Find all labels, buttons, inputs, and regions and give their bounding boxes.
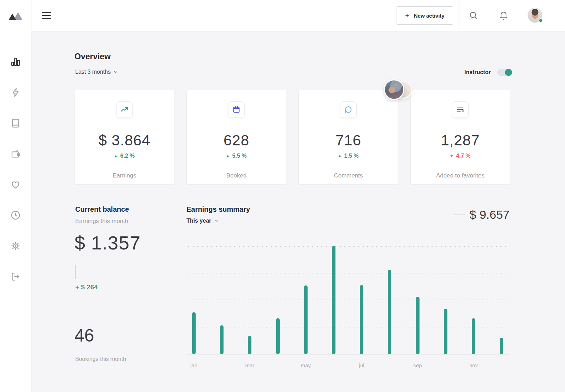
- chat-bubble-icon: [344, 105, 353, 114]
- stat-value: 716: [335, 132, 361, 149]
- bar-oct[interactable]: [444, 309, 447, 354]
- stat-icon-box: [116, 101, 133, 118]
- earnings-chart-plot: [186, 247, 510, 355]
- sidebar-item-favorites[interactable]: [10, 179, 21, 190]
- page-title: Overview: [75, 52, 111, 61]
- chevron-down-icon: [214, 219, 218, 223]
- plus-icon: +: [405, 12, 409, 19]
- bar-mar[interactable]: [248, 336, 251, 354]
- delta-value: 5.5 %: [232, 153, 247, 159]
- instructor-toggle-row: Instructor: [464, 69, 512, 76]
- bar-aug[interactable]: [388, 270, 391, 354]
- online-status-dot: [539, 18, 543, 23]
- balance-tick-mark: [75, 265, 76, 279]
- balance-delta: + $ 264: [75, 283, 98, 291]
- gridline: [186, 246, 510, 247]
- bar-jan[interactable]: [192, 312, 196, 354]
- period-selector[interactable]: Last 3 months: [75, 69, 118, 75]
- delta-arrow-icon: [338, 155, 341, 157]
- stat-card-comments: 716 1.5 % Comments: [298, 90, 398, 185]
- search-icon[interactable]: [469, 11, 478, 20]
- balance-amount: $ 1.357: [75, 232, 141, 254]
- bar-apr[interactable]: [276, 318, 280, 354]
- stat-icon-box: [452, 101, 469, 118]
- floating-avatars[interactable]: [384, 79, 415, 101]
- stat-value: 1,287: [441, 132, 480, 149]
- avatar-front: [384, 79, 404, 100]
- delta-arrow-icon: [226, 155, 229, 157]
- period-selector-value: Last 3 months: [75, 69, 111, 75]
- sidebar-item-wallet[interactable]: [10, 149, 21, 159]
- logout-icon: [10, 271, 21, 282]
- bar-jul[interactable]: [360, 285, 363, 354]
- x-tick-sep: sep: [414, 362, 422, 368]
- clock-icon: [10, 210, 21, 221]
- peak-indicator: $ 9.657: [450, 208, 510, 222]
- sidebar-item-dashboard[interactable]: [10, 56, 21, 67]
- lightning-icon: [10, 87, 21, 98]
- stat-label: Booked: [226, 172, 247, 179]
- stat-card-favorites: 1,287 4.7 % Added to favorites: [410, 90, 510, 185]
- sidebar: [0, 0, 31, 392]
- bar-nov[interactable]: [472, 318, 475, 354]
- delta-value: 4.7 %: [456, 153, 471, 159]
- balance-subtitle: Earnings this month: [75, 218, 128, 225]
- sidebar-item-activity[interactable]: [10, 87, 21, 98]
- book-icon: [10, 118, 21, 128]
- bar-dec[interactable]: [500, 338, 503, 354]
- app-logo[interactable]: [8, 10, 23, 21]
- calendar-icon: [232, 105, 241, 114]
- sidebar-item-history[interactable]: [10, 210, 21, 221]
- stat-value: $ 3.864: [99, 132, 150, 149]
- toggle-knob: [505, 69, 512, 76]
- x-tick-jan: jan: [190, 362, 197, 368]
- stat-card-earnings: $ 3.864 6.2 % Earnings: [75, 90, 174, 185]
- instructor-label: Instructor: [464, 69, 491, 76]
- bar-sep[interactable]: [416, 297, 420, 354]
- stat-delta: 1.5 %: [338, 153, 359, 159]
- sidebar-item-settings[interactable]: [10, 241, 21, 251]
- heart-icon: [10, 179, 21, 190]
- bookings-value: 46: [75, 325, 94, 346]
- year-selector[interactable]: This year: [186, 218, 218, 224]
- bar-feb[interactable]: [220, 325, 224, 354]
- playlist-heart-icon: [456, 105, 465, 114]
- x-tick-nov: nov: [469, 362, 478, 368]
- gridline: [186, 300, 510, 300]
- year-selector-value: This year: [186, 218, 211, 224]
- stat-label: Comments: [334, 172, 363, 179]
- peak-legend-dash: [453, 215, 465, 215]
- sidebar-item-logout[interactable]: [10, 271, 21, 282]
- gear-icon: [10, 241, 21, 251]
- stat-delta: 4.7 %: [450, 153, 471, 159]
- trend-up-icon: [120, 105, 129, 114]
- earnings-chart-months: janmarmayjulsepnov: [186, 362, 510, 369]
- bar-may[interactable]: [304, 285, 308, 354]
- stat-delta: 5.5 %: [226, 153, 247, 159]
- peak-value: $ 9.657: [470, 208, 510, 222]
- bar-chart-icon: [10, 56, 21, 67]
- stat-label: Added to favorites: [436, 172, 484, 179]
- bar-jun[interactable]: [332, 246, 335, 354]
- stat-value: 628: [224, 132, 249, 149]
- stat-cards: $ 3.864 6.2 % Earnings 628 5.5 % Booked: [75, 90, 541, 185]
- x-tick-jul: jul: [359, 362, 364, 368]
- main-content: Overview Last 3 months Instructor $ 3.86…: [31, 31, 565, 392]
- menu-icon[interactable]: [42, 12, 51, 19]
- chevron-down-icon: [114, 70, 118, 74]
- bookings-label: Bookings this month: [75, 356, 126, 362]
- earnings-summary-title: Earnings summary: [186, 205, 250, 213]
- new-activity-button[interactable]: + New activity: [397, 6, 453, 25]
- stat-icon-box: [228, 101, 245, 118]
- stat-icon-box: [340, 101, 357, 118]
- balance-title: Current balance: [75, 205, 129, 213]
- instructor-toggle[interactable]: [497, 69, 512, 76]
- gridline: [186, 273, 510, 273]
- sidebar-item-courses[interactable]: [10, 118, 21, 128]
- delta-value: 1.5 %: [344, 153, 359, 159]
- wallet-icon: [10, 149, 21, 159]
- bell-icon[interactable]: [499, 11, 509, 20]
- x-tick-may: may: [301, 362, 311, 368]
- user-avatar[interactable]: [528, 8, 542, 23]
- topbar-divider: [459, 0, 459, 31]
